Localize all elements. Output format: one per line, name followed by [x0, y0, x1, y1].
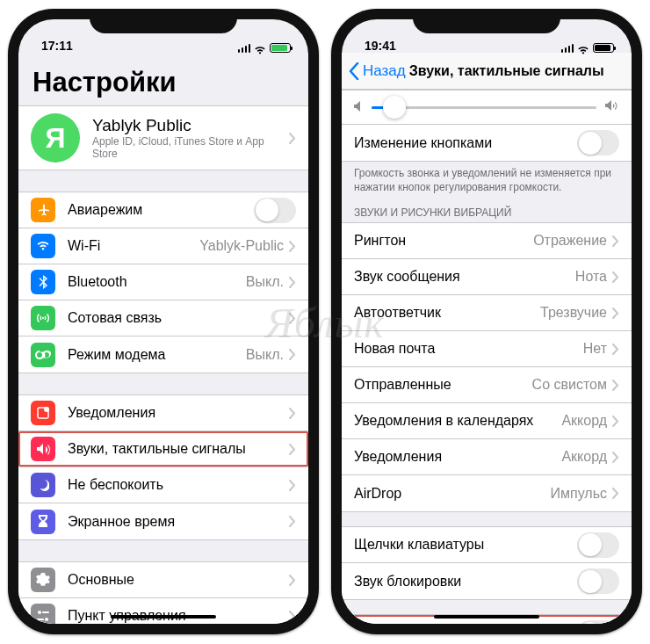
- control-center-row[interactable]: Пункт управления: [18, 598, 308, 624]
- row-label: Сотовая связь: [68, 310, 289, 326]
- sounds-haptics-row[interactable]: Звуки, тактильные сигналы: [18, 431, 308, 467]
- row-label: Основные: [68, 572, 289, 588]
- row-value: Выкл.: [246, 347, 284, 363]
- ringer-footnote: Громкость звонка и уведомлений не изменя…: [342, 162, 632, 201]
- profile-sub: Apple ID, iCloud, iTunes Store и App Sto…: [92, 135, 289, 160]
- wifi-icon: [577, 44, 589, 53]
- profile-name: Yablyk Public: [92, 116, 289, 135]
- airplane-icon: [31, 198, 55, 222]
- hotspot-row[interactable]: Режим модема Выкл.: [18, 336, 308, 373]
- bluetooth-row[interactable]: Bluetooth Выкл.: [18, 264, 308, 300]
- row-value: Импульс: [551, 486, 607, 502]
- haptics-toggle[interactable]: [577, 620, 619, 624]
- row-label: Режим модема: [68, 347, 246, 363]
- chevron-right-icon: [289, 241, 296, 252]
- row-label: Щелчки клавиатуры: [354, 537, 577, 553]
- nav-bar: Назад Звуки, тактильные сигналы: [342, 53, 632, 90]
- phone-left: 17:11 Настройки Я Yablyk Public Apple ID…: [8, 9, 319, 634]
- home-indicator: [111, 615, 216, 619]
- chevron-right-icon: [289, 480, 296, 491]
- status-time: 17:11: [41, 39, 94, 53]
- volume-high-icon: [605, 99, 619, 115]
- svg-point-1: [44, 407, 49, 412]
- row-value: Аккорд: [561, 449, 607, 465]
- chevron-right-icon: [289, 133, 296, 144]
- chevron-right-icon: [289, 444, 296, 455]
- svg-point-2: [38, 611, 41, 614]
- change-with-buttons-row[interactable]: Изменение кнопками: [342, 125, 632, 161]
- screentime-row[interactable]: Экранное время: [18, 503, 308, 539]
- status-time: 19:41: [365, 39, 417, 53]
- cellular-icon: [31, 306, 55, 330]
- chevron-right-icon: [612, 416, 619, 427]
- row-label: Уведомления: [354, 449, 561, 465]
- apple-id-row[interactable]: Я Yablyk Public Apple ID, iCloud, iTunes…: [18, 106, 308, 170]
- row-label: Рингтон: [354, 233, 533, 249]
- row-value: Yablyk-Public: [199, 238, 284, 254]
- sentmail-row[interactable]: ОтправленныеСо свистом: [342, 367, 632, 403]
- notifications-row[interactable]: Уведомления: [18, 395, 308, 431]
- row-value: Выкл.: [246, 274, 284, 290]
- row-label: Не беспокоить: [68, 477, 289, 493]
- section-header: ЗВУКИ И РИСУНКИ ВИБРАЦИЙ: [342, 201, 632, 222]
- calendar-alert-row[interactable]: Уведомления в календаряхАккорд: [342, 403, 632, 439]
- row-label: Wi-Fi: [68, 238, 199, 254]
- airdrop-row[interactable]: AirDropИмпульс: [342, 475, 632, 511]
- row-label: Уведомления в календарях: [354, 413, 561, 429]
- dnd-row[interactable]: Не беспокоить: [18, 467, 308, 503]
- row-label: AirDrop: [354, 486, 551, 502]
- status-bar: 19:41: [342, 19, 632, 53]
- cellular-row[interactable]: Сотовая связь: [18, 300, 308, 336]
- row-value: Со свистом: [532, 377, 607, 393]
- row-value: Отражение: [533, 233, 607, 249]
- buttons-toggle[interactable]: [577, 130, 619, 156]
- airplane-mode-row[interactable]: Авиарежим: [18, 192, 308, 228]
- hotspot-icon: [31, 343, 55, 367]
- row-value: Нет: [583, 341, 607, 357]
- airplane-toggle[interactable]: [254, 198, 296, 223]
- row-label: Изменение кнопками: [354, 135, 577, 151]
- keyboard-clicks-row[interactable]: Щелчки клавиатуры: [342, 527, 632, 563]
- slider-track[interactable]: [372, 106, 596, 109]
- chevron-right-icon: [612, 380, 619, 391]
- battery-icon: [270, 43, 291, 53]
- battery-icon: [593, 43, 614, 53]
- home-indicator: [434, 615, 539, 619]
- status-bar: 17:11: [18, 19, 308, 53]
- chevron-right-icon: [612, 344, 619, 355]
- chevron-right-icon: [289, 516, 296, 527]
- voicemail-row[interactable]: АвтоответчикТрезвучие: [342, 295, 632, 331]
- wifi-settings-icon: [31, 234, 55, 258]
- row-label: Звук блокировки: [354, 574, 577, 590]
- svg-rect-3: [42, 611, 49, 613]
- lock-sound-row[interactable]: Звук блокировки: [342, 563, 632, 599]
- chevron-right-icon: [612, 235, 619, 247]
- signal-icon: [238, 44, 251, 53]
- row-label: Уведомления: [68, 405, 289, 421]
- gear-icon: [31, 568, 55, 592]
- back-label: Назад: [363, 62, 406, 80]
- chevron-right-icon: [289, 313, 296, 324]
- sounds-icon: [31, 437, 55, 461]
- notifications-icon: [31, 401, 55, 425]
- locksound-toggle[interactable]: [577, 568, 619, 594]
- slider-thumb[interactable]: [383, 96, 406, 119]
- row-label: Автоответчик: [354, 305, 540, 321]
- row-value: Аккорд: [561, 413, 607, 429]
- page-title: Настройки: [18, 53, 308, 105]
- row-label: Авиарежим: [68, 202, 254, 218]
- wifi-row[interactable]: Wi-Fi Yablyk-Public: [18, 228, 308, 264]
- back-button[interactable]: Назад: [349, 62, 406, 80]
- keyclicks-toggle[interactable]: [577, 532, 619, 558]
- general-row[interactable]: Основные: [18, 562, 308, 598]
- ringtone-row[interactable]: РингтонОтражение: [342, 223, 632, 259]
- newmail-row[interactable]: Новая почтаНет: [342, 331, 632, 367]
- ringer-volume-slider[interactable]: [342, 90, 632, 124]
- row-label: Отправленные: [354, 377, 532, 393]
- chevron-right-icon: [612, 308, 619, 319]
- nav-title: Звуки, тактильные сигналы: [406, 63, 625, 79]
- signal-icon: [561, 44, 574, 53]
- texttone-row[interactable]: Звук сообщенияНота: [342, 259, 632, 295]
- reminder-alert-row[interactable]: УведомленияАккорд: [342, 439, 632, 475]
- chevron-right-icon: [289, 408, 296, 419]
